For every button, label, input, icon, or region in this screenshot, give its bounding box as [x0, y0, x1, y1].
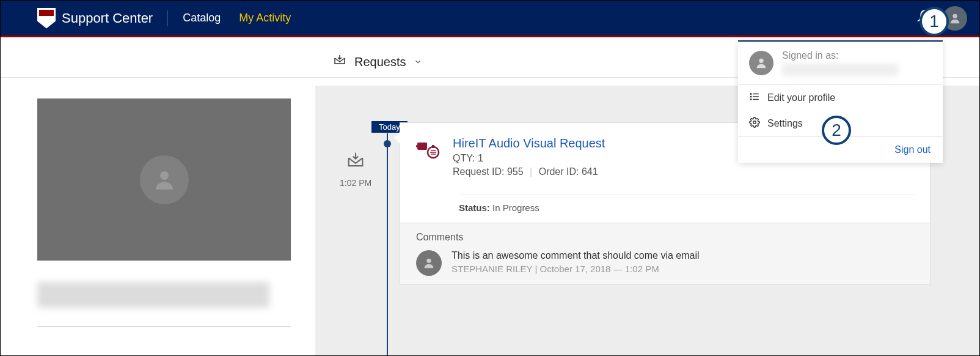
inbox-download-icon — [345, 163, 366, 174]
comment-avatar-icon — [416, 250, 442, 276]
chevron-down-icon — [414, 55, 422, 69]
timeline-time: 1:02 PM — [340, 178, 371, 188]
comments-section: Comments This is an awesome comment that… — [400, 223, 930, 284]
comment-author: STEPHANIE RILEY — [452, 264, 532, 274]
status-row: Status: In Progress — [459, 195, 914, 223]
requests-label: Requests — [354, 55, 406, 69]
svg-rect-10 — [417, 143, 427, 150]
nav-divider — [167, 10, 168, 26]
status-label: Status: — [459, 202, 490, 213]
svg-point-0 — [953, 13, 957, 18]
status-value: In Progress — [492, 202, 539, 213]
timeline-dot — [384, 140, 391, 147]
nav-catalog[interactable]: Catalog — [183, 12, 221, 24]
comments-heading: Comments — [416, 232, 914, 243]
edit-profile-label: Edit your profile — [767, 92, 835, 103]
list-icon — [749, 91, 760, 105]
request-id: Request ID: 955 — [453, 166, 524, 177]
dropdown-avatar-icon — [749, 51, 773, 75]
comment-meta: STEPHANIE RILEY | October 17, 2018 — 1:0… — [452, 264, 700, 274]
nav-links: Catalog My Activity — [183, 12, 291, 24]
person-icon — [140, 155, 189, 204]
gear-icon — [749, 117, 760, 130]
request-ids: Request ID: 955 | Order ID: 641 — [453, 166, 605, 177]
comment-date: October 17, 2018 — 1:02 PM — [540, 264, 659, 274]
dropdown-header: Signed in as: — [738, 42, 943, 85]
inbox-icon — [332, 53, 347, 71]
svg-point-1 — [759, 59, 763, 63]
callout-marker-1: 1 — [920, 7, 949, 36]
settings-label: Settings — [767, 118, 803, 129]
svg-point-7 — [750, 99, 751, 100]
svg-point-5 — [750, 94, 751, 95]
timeline-entry-icon: 1:02 PM — [340, 151, 371, 188]
edit-profile-menu-item[interactable]: Edit your profile — [738, 85, 943, 111]
profile-sidebar — [1, 37, 315, 354]
app-header: Support Center Catalog My Activity — [1, 1, 979, 37]
profile-image-placeholder — [37, 98, 291, 261]
signed-in-user-name — [782, 64, 898, 76]
nav-my-activity[interactable]: My Activity — [239, 12, 291, 24]
shield-logo-icon — [37, 8, 56, 29]
sign-out-link[interactable]: Sign out — [894, 144, 931, 155]
svg-point-6 — [750, 96, 751, 97]
request-title-link[interactable]: HireIT Audio Visual Request — [453, 136, 605, 150]
svg-point-8 — [753, 121, 756, 124]
profile-name — [37, 282, 269, 308]
signed-in-label: Signed in as: — [782, 50, 898, 61]
svg-rect-16 — [432, 145, 434, 148]
request-qty: QTY: 1 — [453, 153, 605, 164]
comment-row: This is an awesome comment that should c… — [416, 250, 914, 276]
svg-point-17 — [426, 259, 431, 263]
comment-text: This is an awesome comment that should c… — [452, 250, 700, 261]
svg-point-9 — [160, 171, 169, 180]
timeline-line — [387, 133, 388, 356]
brand-title: Support Center — [62, 10, 153, 26]
order-id: Order ID: 641 — [539, 166, 598, 177]
callout-marker-2: 2 — [822, 116, 851, 145]
sidebar-divider — [37, 326, 291, 327]
av-request-icon — [416, 139, 441, 177]
brand[interactable]: Support Center — [37, 8, 153, 29]
